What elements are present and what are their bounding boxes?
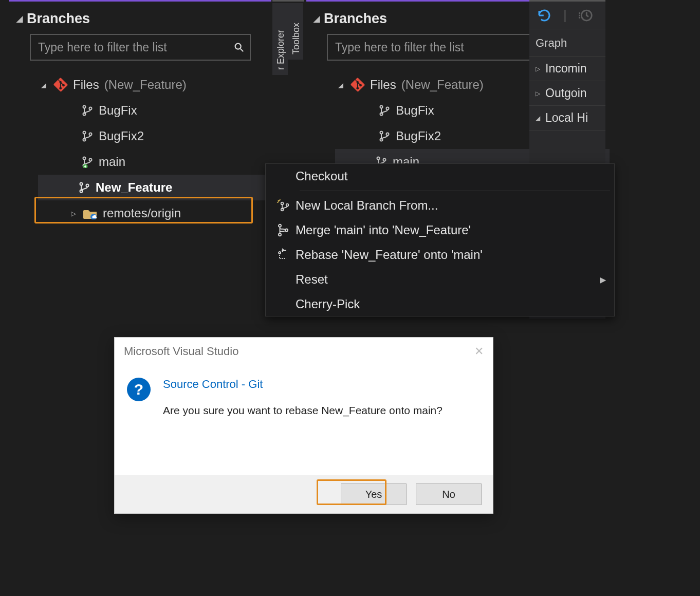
svg-point-0 xyxy=(235,44,241,49)
svg-point-12 xyxy=(80,183,83,185)
svg-point-4 xyxy=(89,107,92,110)
branch-new-feature[interactable]: New_Feature xyxy=(38,175,275,200)
svg-point-5 xyxy=(83,132,86,134)
ctx-new-branch[interactable]: New Local Branch From... xyxy=(266,193,614,218)
filter-box[interactable] xyxy=(30,34,251,61)
confirm-dialog: Microsoft Visual Studio ✕ ? Source Contr… xyxy=(114,337,493,514)
dialog-heading: Source Control - Git xyxy=(163,378,443,391)
graph-label: Incomin xyxy=(545,62,587,76)
dialog-titlebar: Microsoft Visual Studio ✕ xyxy=(115,338,493,363)
search-icon[interactable] xyxy=(233,42,245,53)
svg-point-21 xyxy=(380,132,383,134)
submenu-arrow-icon: ▶ xyxy=(600,275,606,285)
collapse-icon: ◢ xyxy=(41,81,48,89)
ctx-checkout[interactable]: Checkout xyxy=(266,164,614,189)
ctx-label: Merge 'main' into 'New_Feature' xyxy=(296,223,471,237)
svg-line-1 xyxy=(241,49,244,52)
history-icon[interactable] xyxy=(578,8,594,23)
svg-point-10 xyxy=(89,159,92,161)
graph-header: Graph xyxy=(529,29,605,57)
current-branch: (New_Feature) xyxy=(401,78,484,92)
svg-point-18 xyxy=(380,106,383,108)
ctx-label: Rebase 'New_Feature' onto 'main' xyxy=(296,248,483,262)
ctx-label: Reset xyxy=(296,272,328,287)
repo-label: Files xyxy=(73,78,99,92)
yes-button[interactable]: Yes xyxy=(341,483,407,505)
branch-icon xyxy=(81,130,94,142)
sparkle-branch-icon xyxy=(271,198,296,213)
svg-point-23 xyxy=(386,133,389,136)
no-button[interactable]: No xyxy=(416,483,482,505)
current-branch: (New_Feature) xyxy=(104,78,187,92)
separator xyxy=(300,191,610,191)
dialog-footer: Yes No xyxy=(115,475,493,513)
branch-label: BugFix2 xyxy=(396,129,441,143)
svg-point-7 xyxy=(89,133,92,136)
tab-toolbox[interactable]: Toolbox xyxy=(288,3,303,60)
folder-cloud-icon xyxy=(83,207,98,219)
branch-icon xyxy=(378,104,391,117)
graph-label: Outgoin xyxy=(545,86,587,100)
branch-icon xyxy=(78,181,90,194)
graph-local-history[interactable]: ◢ Local Hi xyxy=(529,106,605,131)
dialog-message: Are you sure you want to rebase New_Feat… xyxy=(163,404,443,417)
branches-title: Branches xyxy=(324,11,387,27)
branch-label: BugFix2 xyxy=(99,129,144,143)
ctx-label: New Local Branch From... xyxy=(296,198,438,213)
divider: | xyxy=(563,7,567,23)
expand-icon: ▷ xyxy=(536,65,540,72)
expand-icon: ▷ xyxy=(536,90,540,97)
graph-label: Local Hi xyxy=(545,111,588,125)
svg-point-26 xyxy=(383,159,386,161)
branch-icon xyxy=(81,104,94,117)
expand-icon: ▷ xyxy=(71,210,78,217)
svg-point-20 xyxy=(386,107,389,110)
svg-point-31 xyxy=(286,204,289,207)
merge-icon xyxy=(271,224,296,237)
ctx-rebase[interactable]: Rebase 'New_Feature' onto 'main' xyxy=(266,243,614,267)
collapse-icon: ◢ xyxy=(16,14,23,24)
branch-main[interactable]: main xyxy=(41,149,271,175)
branches-header[interactable]: ◢ Branches xyxy=(9,2,271,34)
repo-row[interactable]: ◢ Files (New_Feature) xyxy=(41,72,271,98)
svg-point-2 xyxy=(83,106,86,108)
branch-bugfix2[interactable]: BugFix2 xyxy=(41,123,271,149)
remotes-label: remotes/origin xyxy=(103,206,181,220)
svg-point-24 xyxy=(377,157,380,160)
tab-server-explorer[interactable]: r Explorer xyxy=(272,3,288,75)
branches-title: Branches xyxy=(27,11,90,27)
collapse-icon: ◢ xyxy=(314,14,320,24)
branch-context-menu: Checkout New Local Branch From... Merge … xyxy=(265,163,615,316)
svg-point-29 xyxy=(281,202,284,205)
branch-bugfix[interactable]: BugFix xyxy=(41,98,271,123)
dialog-text: Source Control - Git Are you sure you wa… xyxy=(163,378,443,417)
close-icon[interactable]: ✕ xyxy=(474,345,484,358)
graph-incoming[interactable]: ▷ Incomin xyxy=(529,57,605,81)
branch-tree: ◢ Files (New_Feature) BugFix BugFix2 mai… xyxy=(9,70,271,228)
git-icon xyxy=(351,78,365,92)
collapse-icon: ◢ xyxy=(536,115,540,122)
question-icon: ? xyxy=(127,378,151,401)
dialog-title: Microsoft Visual Studio xyxy=(124,345,238,358)
branch-main-icon xyxy=(81,156,94,168)
dialog-body: ? Source Control - Git Are you sure you … xyxy=(115,363,493,417)
branch-label: main xyxy=(99,155,125,169)
branch-label: BugFix xyxy=(396,103,434,118)
svg-point-14 xyxy=(86,184,89,187)
ctx-label: Checkout xyxy=(296,169,347,183)
filter-input[interactable] xyxy=(38,41,233,54)
ctx-merge[interactable]: Merge 'main' into 'New_Feature' xyxy=(266,218,614,243)
repo-label: Files xyxy=(370,78,396,92)
branch-icon xyxy=(378,130,391,142)
remotes-row[interactable]: ▷ remotes/origin xyxy=(41,200,271,226)
ctx-label: Cherry-Pick xyxy=(296,297,360,311)
ctx-reset[interactable]: Reset ▶ xyxy=(266,267,614,292)
refresh-icon[interactable] xyxy=(537,8,552,23)
collapse-icon: ◢ xyxy=(338,81,345,89)
branches-panel-left: ◢ Branches ◢ Files (New_Feature) BugFix … xyxy=(9,0,271,319)
ctx-cherry-pick[interactable]: Cherry-Pick xyxy=(266,292,614,316)
svg-point-32 xyxy=(279,225,281,227)
branch-label: New_Feature xyxy=(96,180,172,195)
svg-point-33 xyxy=(279,233,281,236)
graph-outgoing[interactable]: ▷ Outgoin xyxy=(529,81,605,106)
